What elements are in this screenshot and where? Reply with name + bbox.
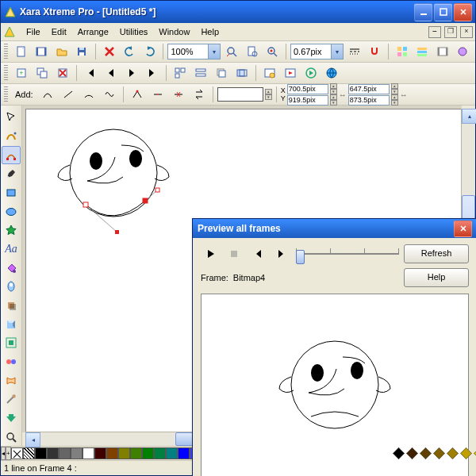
color-swatch[interactable] xyxy=(47,447,59,459)
text-tool-icon[interactable]: Aa xyxy=(2,240,21,259)
gallery2-icon[interactable] xyxy=(413,42,432,61)
del-frame-icon[interactable] xyxy=(53,63,72,83)
slider-thumb[interactable] xyxy=(296,250,305,264)
color-swatch[interactable] xyxy=(106,447,118,459)
frames-onion-icon[interactable] xyxy=(232,63,251,83)
snap-icon[interactable] xyxy=(366,42,385,61)
bevel-tool-icon[interactable] xyxy=(2,315,21,333)
color-swatch[interactable] xyxy=(154,447,166,459)
zoom-dropdown-icon[interactable]: ▾ xyxy=(209,44,221,60)
menu-window[interactable]: Window xyxy=(153,25,195,38)
ellipse-tool-icon[interactable] xyxy=(2,202,21,221)
lock-prev-icon[interactable]: ↔ xyxy=(339,89,347,100)
shadow-tool-icon[interactable] xyxy=(2,297,21,315)
toolbar-grip[interactable] xyxy=(4,86,8,102)
scroll-left-icon[interactable]: ◂ xyxy=(25,432,40,447)
quickshape-tool-icon[interactable] xyxy=(2,221,21,240)
menu-utilities[interactable]: Utilities xyxy=(114,25,153,38)
blend-tool-icon[interactable] xyxy=(2,353,21,371)
undo-icon[interactable] xyxy=(120,42,139,61)
refresh-button[interactable]: Refresh xyxy=(404,244,469,263)
linewidth-input[interactable] xyxy=(290,44,332,60)
x1-spin[interactable]: ▴▾ xyxy=(330,83,337,94)
menu-arrange[interactable]: Arrange xyxy=(72,25,114,38)
browser-preview-icon[interactable] xyxy=(322,63,341,83)
frame-slider[interactable] xyxy=(296,246,399,262)
break-icon[interactable] xyxy=(148,85,167,104)
menu-file[interactable]: File xyxy=(21,25,46,38)
last-frame-icon[interactable] xyxy=(143,63,162,83)
frames-stack-icon[interactable] xyxy=(212,63,231,83)
x2-field[interactable] xyxy=(348,84,390,94)
maximize-button[interactable] xyxy=(434,3,452,21)
freehand-tool-icon[interactable] xyxy=(2,128,21,146)
y1-field[interactable] xyxy=(287,95,328,106)
selector-tool-icon[interactable] xyxy=(2,109,21,127)
toolbar-grip[interactable] xyxy=(4,65,8,81)
rectangle-tool-icon[interactable] xyxy=(2,184,21,202)
zoom-prev-icon[interactable] xyxy=(222,42,241,61)
color-swatch[interactable] xyxy=(178,447,190,459)
delete-point-icon[interactable] xyxy=(169,85,188,104)
smooth-icon[interactable] xyxy=(100,85,119,104)
delete-icon[interactable] xyxy=(100,42,119,61)
color-swatch[interactable] xyxy=(118,447,130,459)
close-button[interactable] xyxy=(454,3,472,21)
frames-visible-icon[interactable] xyxy=(191,63,210,83)
save-icon[interactable] xyxy=(72,42,91,61)
zoom-tool-icon[interactable] xyxy=(2,428,21,446)
mould-tool-icon[interactable] xyxy=(2,371,21,390)
liveeffect-tool-icon[interactable] xyxy=(2,390,21,409)
first-icon[interactable] xyxy=(248,244,267,263)
gallery4-icon[interactable] xyxy=(454,42,473,61)
color-swatch[interactable] xyxy=(130,447,142,459)
x1-field[interactable] xyxy=(287,84,328,94)
y2-spin[interactable]: ▴▾ xyxy=(391,94,398,106)
open-icon[interactable] xyxy=(52,42,71,61)
fill-tool-icon[interactable] xyxy=(2,259,21,277)
add-curve-icon[interactable] xyxy=(38,85,57,104)
add-arc-icon[interactable] xyxy=(79,85,98,104)
menu-edit[interactable]: Edit xyxy=(46,25,72,38)
last-icon[interactable] xyxy=(272,244,291,263)
stop-icon[interactable] xyxy=(225,244,244,263)
frames-list-icon[interactable] xyxy=(171,63,190,83)
dialog-titlebar[interactable]: Preview all frames xyxy=(193,219,476,238)
color-swatch[interactable] xyxy=(142,447,154,459)
copy-frame-icon[interactable] xyxy=(33,63,52,83)
next-frame-icon[interactable] xyxy=(122,63,141,83)
shape-edit-tool-icon[interactable] xyxy=(2,146,21,164)
help-button[interactable]: Help xyxy=(404,268,469,287)
menu-help[interactable]: Help xyxy=(195,25,225,38)
preview-all-icon[interactable] xyxy=(281,63,300,83)
zoom-draw-icon[interactable] xyxy=(263,42,282,61)
export-anim-icon[interactable] xyxy=(301,63,321,83)
scroll-up-icon[interactable]: ▴ xyxy=(462,109,476,124)
push-tool-icon[interactable] xyxy=(2,409,21,428)
color-add-icon[interactable]: + xyxy=(6,447,11,460)
transparency-tool-icon[interactable] xyxy=(2,278,21,296)
play-icon[interactable] xyxy=(201,244,220,263)
lock-next-icon[interactable]: ↔ xyxy=(400,89,408,100)
add-line-icon[interactable] xyxy=(59,85,78,104)
first-frame-icon[interactable] xyxy=(81,63,100,83)
x2-spin[interactable]: ▴▾ xyxy=(391,83,398,94)
color-swatch[interactable] xyxy=(166,447,178,459)
dialog-close-icon[interactable] xyxy=(454,221,472,237)
color-swatch[interactable] xyxy=(35,447,47,459)
color-swatch[interactable] xyxy=(71,447,83,459)
fill-swatch[interactable] xyxy=(217,87,263,102)
y2-field[interactable] xyxy=(348,95,390,106)
gallery3-icon[interactable] xyxy=(433,42,452,61)
prev-frame-icon[interactable] xyxy=(102,63,121,83)
preview-sel-icon[interactable] xyxy=(260,63,279,83)
redo-icon[interactable] xyxy=(140,42,159,61)
reverse-icon[interactable] xyxy=(190,85,209,104)
linewidth-dropdown-icon[interactable]: ▾ xyxy=(332,44,344,60)
zoom-input[interactable] xyxy=(167,44,209,60)
color-swatch[interactable] xyxy=(59,447,71,459)
cusp-icon[interactable] xyxy=(128,85,147,104)
pen-tool-icon[interactable] xyxy=(2,165,21,183)
spinner[interactable]: ▴▾ xyxy=(265,89,272,100)
zoom-combo[interactable]: ▾ xyxy=(167,44,221,60)
